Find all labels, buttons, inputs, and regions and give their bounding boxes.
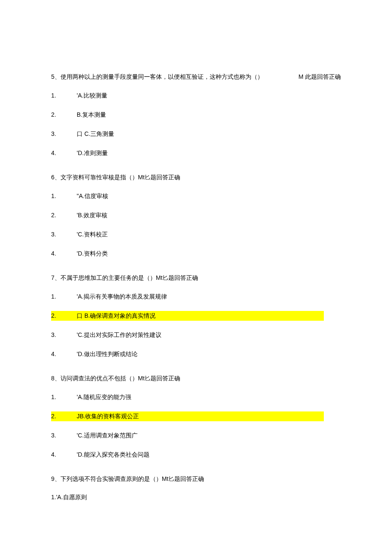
option-number: 3.: [51, 431, 77, 440]
question-9-header: 9、下列选项不符合实验调查原则的是（）Mt匕题回答正确: [51, 474, 341, 483]
option-text: 口 B.确保调查对象的真实情况: [77, 311, 156, 320]
q7-option-4: 4. 'D.做出理性判断或结论: [51, 349, 341, 359]
option-text: 'D.做出理性判断或结论: [77, 350, 138, 359]
q8-option-3: 3. 'C.适用调查对象范围广: [51, 431, 341, 440]
question-5-feedback: M 此题回答正确: [298, 72, 341, 81]
option-number: 2.: [51, 412, 77, 421]
option-text: 'D.能深入探究各类社会问题: [77, 450, 150, 459]
question-7-header: 7、不属于思维加工的主要任务的是（）Mt匕题回答正确: [51, 273, 341, 282]
option-text: 'D.准则测量: [77, 149, 108, 158]
question-7-text: 7、不属于思维加工的主要任务的是（）Mt匕题回答正确: [51, 274, 198, 281]
q5-option-2: 2. B.复本测量: [51, 110, 341, 120]
option-number: 2.: [51, 311, 77, 320]
option-text: 'A.随机应变的能力强: [77, 393, 131, 402]
option-number: 3.: [51, 230, 77, 239]
option-number: 1.: [51, 393, 77, 402]
q5-option-1: 1. 'A.比较测量: [51, 91, 341, 101]
option-text: 'C.提出对实际工作的对策性建议: [77, 331, 161, 339]
q8-option-2-highlighted: 2. JB.收集的资料客观公正: [51, 411, 324, 421]
q5-option-3: 3. 口 C.三角测量: [51, 129, 341, 139]
option-number: 1.: [51, 292, 77, 301]
q7-option-3: 3. 'C.提出对实际工作的对策性建议: [51, 330, 341, 340]
option-text: 'A.比较测量: [77, 91, 107, 100]
question-9-text: 9、下列选项不符合实验调查原则的是（）Mt匕题回答正确: [51, 475, 204, 482]
option-text: 口 C.三角测量: [77, 129, 114, 138]
option-number: 3.: [51, 129, 77, 138]
option-text: B.复本测量: [77, 110, 106, 119]
option-text: 'C.适用调查对象范围广: [77, 431, 138, 440]
option-number: 2.: [51, 211, 77, 220]
option-text: 1.'A.自愿原则: [51, 494, 87, 500]
option-number: 3.: [51, 331, 77, 339]
question-5-text: 5、使用两种以上的测量手段度量同一客体，以便相互验证，这种方式也称为（）: [51, 72, 263, 81]
q8-option-1: 1. 'A.随机应变的能力强: [51, 392, 341, 402]
question-5-header: 5、使用两种以上的测量手段度量同一客体，以便相互验证，这种方式也称为（） M 此…: [51, 72, 341, 81]
option-number: 1.: [51, 91, 77, 100]
question-8-header: 8、访问调查法的优点不包括（）Mt匕题回答正确: [51, 374, 341, 383]
q6-option-3: 3. 'C.资料校正: [51, 230, 341, 239]
q6-option-4: 4. 'D.资料分类: [51, 249, 341, 259]
q6-option-1: 1. "A.信度审核: [51, 191, 341, 201]
question-6-text: 6、文字资料可靠性审核是指（）Mt匕题回答正确: [51, 174, 180, 181]
option-number: 4.: [51, 350, 77, 359]
option-text: 'C.资料校正: [77, 230, 108, 239]
option-number: 4.: [51, 149, 77, 158]
q6-option-2: 2. 'B.效度审核: [51, 210, 341, 220]
option-text: 'A.揭示有关事物的本质及发展规律: [77, 292, 167, 301]
q9-option-1: 1.'A.自愿原则: [51, 493, 341, 502]
q7-option-1: 1. 'A.揭示有关事物的本质及发展规律: [51, 292, 341, 302]
option-number: 4.: [51, 450, 77, 459]
option-text: 'D.资料分类: [77, 249, 108, 258]
option-number: 2.: [51, 110, 77, 119]
option-number: 4.: [51, 249, 77, 258]
q5-option-4: 4. 'D.准则测量: [51, 148, 341, 158]
question-8-text: 8、访问调查法的优点不包括（）Mt匕题回答正确: [51, 375, 180, 382]
question-6-header: 6、文字资料可靠性审核是指（）Mt匕题回答正确: [51, 173, 341, 182]
option-text: 'B.效度审核: [77, 211, 107, 220]
q8-option-4: 4. 'D.能深入探究各类社会问题: [51, 450, 341, 460]
option-text: "A.信度审核: [77, 192, 108, 201]
option-number: 1.: [51, 192, 77, 201]
option-text: JB.收集的资料客观公正: [77, 412, 139, 421]
q7-option-2-highlighted: 2. 口 B.确保调查对象的真实情况: [51, 311, 324, 321]
